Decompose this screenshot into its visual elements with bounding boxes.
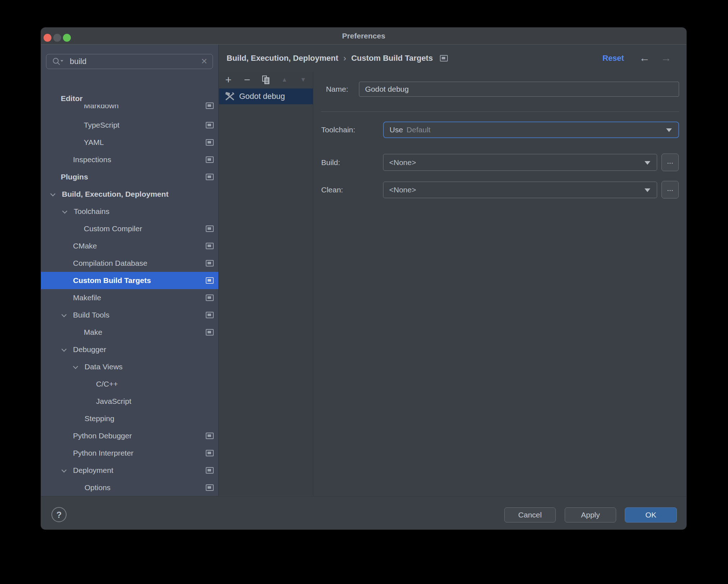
toolchain-value: Default [406,126,431,134]
screen-indicator-icon [206,260,214,266]
sidebar-item-build-execution-deployment[interactable]: Build, Execution, Deployment [41,186,219,203]
move-down-button: ▼ [294,72,313,88]
screen-indicator-icon [206,122,214,128]
chevron-down-icon[interactable] [62,312,67,317]
build-label: Build: [321,154,340,171]
screen-indicator-icon [206,174,214,180]
chevron-down-icon[interactable] [62,209,67,214]
clean-select[interactable]: <None> [383,182,657,198]
move-up-button: ▲ [275,72,294,88]
sidebar-item-debugger[interactable]: Debugger [41,341,219,358]
clean-browse-button[interactable]: ... [661,181,679,199]
help-button[interactable]: ? [51,507,67,522]
sidebar-item-label: Inspections [73,151,111,168]
sidebar-item-deployment[interactable]: Deployment [41,462,219,479]
breadcrumb-parent[interactable]: Build, Execution, Deployment [227,54,338,63]
chevron-down-icon[interactable] [50,191,55,196]
dialog-footer: ? Cancel Apply OK [41,496,686,529]
screen-indicator-icon [206,225,214,232]
breadcrumb-bar: Build, Execution, Deployment › Custom Bu… [219,45,686,72]
settings-tree: MarkdownTypeScriptYAMLInspectionsPlugins… [41,45,218,496]
build-tools-icon [225,92,235,101]
chevron-down-icon [666,128,672,132]
sidebar-item-label: Custom Build Targets [73,272,151,289]
sidebar-item-label: Make [84,324,102,341]
sidebar-item-custom-build-targets[interactable]: Custom Build Targets [41,272,219,289]
build-targets-list-panel: +−▲▼ Godot debug [219,72,313,496]
sidebar-item-yaml[interactable]: YAML [41,134,219,151]
sidebar-item-label: CMake [73,237,97,255]
build-value: <None> [389,158,416,167]
chevron-down-icon [645,188,650,192]
chevron-down-icon[interactable] [62,347,67,352]
build-browse-button[interactable]: ... [661,154,679,171]
sidebar-item-build-tools[interactable]: Build Tools [41,306,219,324]
forward-arrow-icon: → [661,45,672,71]
remove-button[interactable]: − [238,72,256,88]
sidebar-item-javascript[interactable]: JavaScript [41,393,219,410]
sidebar-item-label: Python Debugger [73,427,132,444]
chevron-down-icon[interactable] [73,364,78,369]
target-list-item-label: Godot debug [239,92,285,101]
screen-indicator-icon [206,312,214,318]
list-toolbar: +−▲▼ [219,72,313,88]
chevron-down-icon[interactable] [62,467,67,473]
sidebar-item-label: Plugins [61,168,88,186]
sidebar-item-custom-compiler[interactable]: Custom Compiler [41,220,219,237]
sidebar-item-compilation-database[interactable]: Compilation Database [41,255,219,272]
screen-indicator-icon [206,329,214,336]
duplicate-button[interactable] [256,72,275,88]
sidebar-item-label: Python Interpreter [73,444,133,462]
sidebar-item-toolchains[interactable]: Toolchains [41,203,219,220]
sidebar-item-stepping[interactable]: Stepping [41,410,219,427]
screen-indicator-icon [206,277,214,284]
reset-link[interactable]: Reset [602,45,624,72]
back-arrow-icon[interactable]: ← [639,45,650,71]
sidebar-item-typescript[interactable]: TypeScript [41,117,219,134]
target-list-item-godot-debug[interactable]: Godot debug [219,88,313,104]
sidebar-item-label: Custom Compiler [84,220,142,237]
sidebar-item-c-c[interactable]: C/C++ [41,375,219,393]
sidebar-item-label: Data Views [85,358,123,375]
sidebar-item-python-interpreter[interactable]: Python Interpreter [41,444,219,462]
screen-indicator-icon [206,467,214,474]
sidebar-item-options[interactable]: Options [41,479,219,496]
settings-content: Build, Execution, Deployment › Custom Bu… [219,45,686,496]
screen-indicator-icon [206,139,214,146]
screen-indicator-icon [206,156,214,163]
apply-button[interactable]: Apply [565,507,616,523]
chevron-down-icon [645,161,650,165]
sidebar-item-label: JavaScript [96,393,131,410]
clean-label: Clean: [321,182,343,198]
cancel-button[interactable]: Cancel [504,507,556,523]
ok-button[interactable]: OK [625,507,677,523]
sidebar-item-label: Stepping [85,410,114,427]
toolchain-label: Toolchain: [321,122,355,138]
breadcrumb: Build, Execution, Deployment › Custom Bu… [227,45,448,72]
sidebar-item-label: Deployment [73,462,113,479]
sidebar-item-label: Build Tools [73,306,109,324]
build-select[interactable]: <None> [383,154,657,171]
sidebar-item-label: Build, Execution, Deployment [62,186,168,203]
sidebar-item-python-debugger[interactable]: Python Debugger [41,427,219,444]
breadcrumb-separator-icon: › [343,53,346,63]
sidebar-item-label: Debugger [73,341,106,358]
toolchain-use-prefix: Use [390,126,403,134]
sidebar-item-label: Options [85,479,110,496]
sidebar-item-data-views[interactable]: Data Views [41,358,219,375]
sidebar-item-makefile[interactable]: Makefile [41,289,219,306]
title-bar: Preferences [41,28,686,45]
sidebar-item-plugins[interactable]: Plugins [41,168,219,186]
add-button[interactable]: + [219,72,238,88]
sidebar-group-editor[interactable]: Editor [41,93,199,105]
sidebar-item-inspections[interactable]: Inspections [41,151,219,168]
preferences-dialog: Preferences ✕ MarkdownTypeScriptYAMLInsp… [41,28,686,529]
sidebar-item-make[interactable]: Make [41,324,219,341]
screen-indicator-icon [206,102,214,109]
screen-indicator-icon [206,450,214,456]
settings-sidebar: ✕ MarkdownTypeScriptYAMLInspectionsPlugi… [41,45,219,496]
name-input[interactable] [359,82,679,97]
sidebar-item-label: Compilation Database [73,255,147,272]
toolchain-select[interactable]: Use Default [383,122,679,138]
sidebar-item-cmake[interactable]: CMake [41,237,219,255]
